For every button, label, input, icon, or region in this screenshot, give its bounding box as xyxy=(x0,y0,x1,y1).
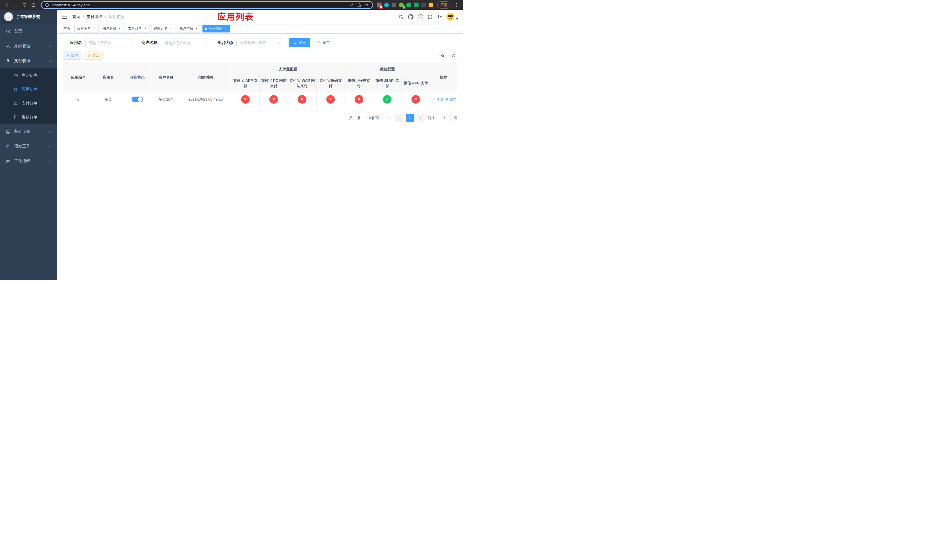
browser-update-button[interactable]: 更新 xyxy=(437,2,451,9)
prev-page-button[interactable]: ‹ xyxy=(395,114,403,122)
sidebar-item-workflow[interactable]: 工作流程 xyxy=(0,154,57,169)
toggle-search-button[interactable] xyxy=(439,51,446,59)
sidebar-item-dev-tools[interactable]: 研发工具 xyxy=(0,139,57,154)
extension-badge: 1 xyxy=(402,5,406,9)
extension-drop-icon[interactable] xyxy=(384,3,389,8)
alipay-qr-status-icon: × xyxy=(326,95,335,104)
tab-app-info[interactable]: 应用信息 × xyxy=(203,25,230,32)
tab-close-icon[interactable]: × xyxy=(169,27,173,31)
alipay-wap-status-icon: × xyxy=(298,95,306,104)
table-toolbar: 新增 导出 xyxy=(63,51,457,59)
sidebar-item-pay-order[interactable]: 支付订单 xyxy=(0,96,57,110)
tab-refund-order[interactable]: 退款订单 × xyxy=(151,25,176,32)
share-icon[interactable] xyxy=(357,3,362,7)
tab-close-icon[interactable]: × xyxy=(118,27,122,31)
tab-close-icon[interactable]: × xyxy=(224,27,228,31)
sidebar-item-label: 支付管理 xyxy=(14,58,30,64)
col-header-app-name: 应用名 xyxy=(94,64,123,92)
sidebar-item-app-info[interactable]: 应用信息 xyxy=(0,82,57,96)
tab-close-icon[interactable]: × xyxy=(195,27,198,31)
tab-close-icon[interactable]: × xyxy=(92,27,96,31)
page-title: 应用列表 xyxy=(217,11,254,23)
extension-wechat-icon[interactable] xyxy=(406,3,411,8)
password-key-icon[interactable] xyxy=(350,3,354,7)
sidebar-item-infrastructure[interactable]: 基础设施 xyxy=(0,124,57,139)
yen-icon: ¥ xyxy=(6,59,11,64)
tab-user-group[interactable]: 用户分组 × xyxy=(100,25,124,32)
add-button[interactable]: 新增 xyxy=(63,51,81,59)
sidebar-item-label: 研发工具 xyxy=(14,144,30,149)
breadcrumb-payment[interactable]: 支付管理 xyxy=(86,14,103,20)
browser-back-button[interactable] xyxy=(3,1,11,9)
col-header-wechat-app: 微信 APP 支付 xyxy=(401,75,430,92)
status-toggle[interactable] xyxy=(132,97,143,102)
refresh-table-button[interactable] xyxy=(449,51,457,59)
gear-icon xyxy=(6,44,11,49)
browser-reload-button[interactable] xyxy=(21,1,29,9)
logo[interactable]: 芋道管理系统 xyxy=(0,10,57,24)
tab-pay-order[interactable]: 支付订单 × xyxy=(126,25,150,32)
tab-home[interactable]: 首页 xyxy=(61,25,73,32)
extension-pin-icon[interactable] xyxy=(421,3,426,8)
extension-dark-icon[interactable] xyxy=(392,3,396,8)
pagination: 共 1 条 10条/页 ‹ 1 › 前往 页 xyxy=(63,114,457,122)
browser-forward-button[interactable] xyxy=(12,1,20,9)
help-icon[interactable]: ? xyxy=(418,14,423,20)
page-number-button[interactable]: 1 xyxy=(406,114,414,122)
sidebar-collapse-icon[interactable] xyxy=(62,14,68,20)
browser-home-button[interactable] xyxy=(29,1,37,9)
merchant-name-input[interactable] xyxy=(161,38,208,47)
browser-menu-icon[interactable]: ⋮ xyxy=(453,2,460,8)
bookmark-star-icon[interactable] xyxy=(365,3,369,7)
app-name-input[interactable] xyxy=(85,38,132,47)
header-search-icon[interactable] xyxy=(398,14,404,20)
tab-process-form[interactable]: 流程表单 × xyxy=(74,25,98,32)
chevron-down-icon xyxy=(278,41,280,43)
reset-button[interactable]: 重置 xyxy=(313,38,334,47)
sidebar-item-label: 基础设施 xyxy=(14,129,30,134)
next-page-button[interactable]: › xyxy=(416,114,425,122)
url-text[interactable]: localhost:1024/pay/app xyxy=(51,3,347,7)
sidebar-item-system[interactable]: 系统管理 xyxy=(0,39,57,53)
sidebar: 芋道管理系统 首页 系统管理 ¥ 支付管理 xyxy=(0,10,57,280)
delete-button[interactable]: 删除 xyxy=(445,97,456,102)
extension-translate-icon[interactable]: 1 xyxy=(399,3,404,8)
breadcrumb-home[interactable]: 首页 xyxy=(72,14,80,20)
extension-grid-icon[interactable]: 10 xyxy=(377,3,381,8)
alipay-pc-status-icon: × xyxy=(269,95,278,104)
edit-button[interactable]: 修改 xyxy=(432,97,443,102)
tab-label: 应用信息 xyxy=(209,26,222,31)
toolbox-icon xyxy=(6,144,11,149)
cell-merchant-name: 芋道源码 xyxy=(152,92,180,107)
tab-close-icon[interactable]: × xyxy=(143,27,147,31)
sidebar-item-label: 系统管理 xyxy=(14,44,30,49)
sidebar-item-payment[interactable]: ¥ 支付管理 xyxy=(0,53,57,68)
tab-merchant-info[interactable]: 商户信息 × xyxy=(177,25,201,32)
extension-avatar-icon[interactable] xyxy=(428,3,433,8)
sidebar-item-label: 应用信息 xyxy=(22,87,38,92)
site-info-icon[interactable] xyxy=(45,3,49,7)
fullscreen-icon[interactable] xyxy=(428,15,433,20)
browser-toolbar: localhost:1024/pay/app 10 1 更新 ⋮ xyxy=(0,0,463,10)
search-button[interactable]: 搜索 xyxy=(289,38,310,47)
export-button[interactable]: 导出 xyxy=(84,51,103,59)
sidebar-item-home[interactable]: 首页 xyxy=(0,24,57,39)
url-bar[interactable]: localhost:1024/pay/app xyxy=(41,1,373,9)
cell-created-at: 2021-10-23 08:49:25 xyxy=(180,92,231,107)
tab-label: 商户信息 xyxy=(179,26,193,31)
top-navbar: 首页 / 支付管理 / 应用信息 应用列表 ? TT xyxy=(57,10,463,24)
page-size-select[interactable]: 10条/页 xyxy=(364,114,392,122)
github-icon[interactable] xyxy=(408,14,413,20)
sidebar-item-merchant-info[interactable]: 商户信息 xyxy=(0,68,57,82)
user-menu[interactable] xyxy=(446,12,458,21)
extension-green-square-icon[interactable] xyxy=(414,3,419,8)
status-select[interactable]: 请选择开启状态 xyxy=(236,38,283,47)
col-header-wechat-mini: 微信小程序支付 xyxy=(345,75,373,92)
goto-page-input[interactable] xyxy=(438,114,451,122)
page-content: 应用名 商户名称 开启状态 请选择开启状态 搜索 xyxy=(57,33,463,280)
alipay-app-status-icon: × xyxy=(241,95,250,104)
wechat-mini-status-icon: × xyxy=(355,95,363,104)
goto-label: 前往 xyxy=(427,115,435,121)
sidebar-item-refund-order[interactable]: 退款订单 xyxy=(0,110,57,124)
font-size-icon[interactable]: TT xyxy=(437,15,442,19)
